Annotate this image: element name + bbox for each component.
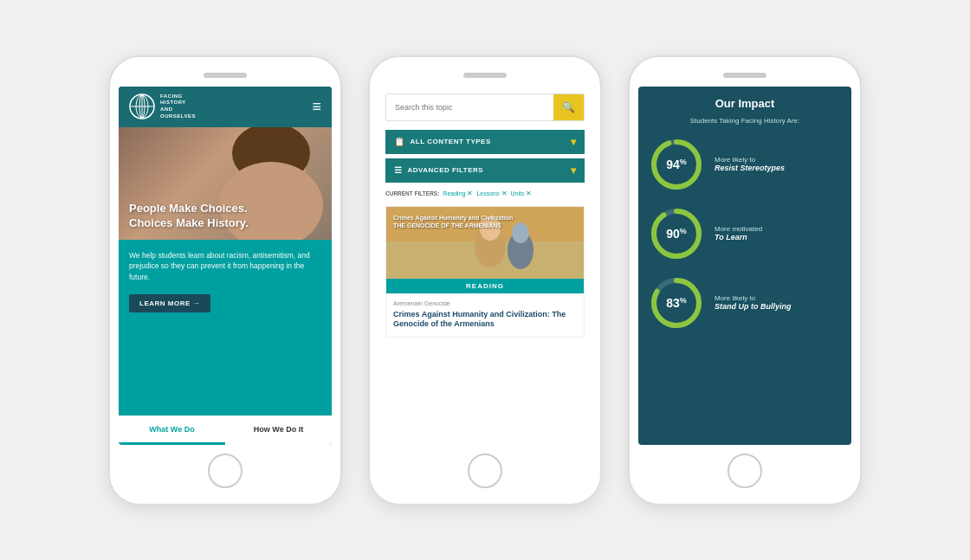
hero-image: People Make Choices. Choices Make Histor… — [119, 127, 332, 240]
impact-text-3: More likely to Stand Up to Bullying — [715, 294, 841, 311]
filter-lines-icon: ☰ — [394, 165, 403, 175]
phone1-logo: FACING HISTORY AND OURSELVES — [129, 93, 196, 120]
impact-subtitle: Students Taking Facing History Are: — [649, 117, 841, 125]
learn-more-button[interactable]: LEARN MORE → — [129, 294, 210, 312]
phone1-screen: FACING HISTORY AND OURSELVES ≡ People Ma… — [119, 87, 332, 445]
phone1-description: We help students learn about racism, ant… — [129, 250, 321, 283]
impact-item-2: 90% More motivated To Learn — [649, 206, 841, 261]
filter-units[interactable]: Units ✕ — [511, 190, 533, 197]
card-title: Crimes Against Humanity and Civilization… — [393, 310, 577, 330]
svg-point-13 — [512, 222, 529, 243]
filter-reading[interactable]: Reading ✕ — [443, 190, 473, 197]
phone1-tabs: What We Do How We Do It — [119, 415, 332, 445]
card-image: Crimes Against Humanity and Civilization… — [386, 207, 584, 293]
card-subtitle: Aremenain Genocide — [393, 300, 577, 306]
facing-history-logo-icon — [129, 93, 155, 119]
phone1-hero: People Make Choices. Choices Make Histor… — [119, 127, 332, 240]
logo-text: FACING HISTORY AND OURSELVES — [160, 93, 196, 120]
phone3-screen: Our Impact Students Taking Facing Histor… — [638, 87, 851, 445]
impact-more-1: More likely to — [715, 156, 841, 164]
impact-highlight-3: Stand Up to Bullying — [715, 302, 841, 311]
tab-what-we-do[interactable]: What We Do — [119, 416, 225, 445]
phone2-screen: 🔍 📋 ALL CONTENT TYPES ▾ ☰ ADVANCED FILTE… — [378, 87, 592, 445]
tab-how-we-do-it[interactable]: How We Do It — [225, 416, 332, 445]
card-badge: READING — [386, 279, 584, 293]
impact-item-1: 94% More likely to Resist Stereotypes — [649, 137, 841, 192]
chevron-down-icon: ▾ — [571, 136, 577, 148]
card-body: Aremenain Genocide Crimes Against Humani… — [386, 293, 584, 337]
donut-chart-83: 83% — [649, 275, 704, 331]
impact-more-3: More likely to — [715, 294, 841, 302]
donut-label-83: 83% — [666, 296, 687, 309]
advanced-filters-button[interactable]: ☰ ADVANCED FILTERS ▾ — [385, 158, 585, 183]
content-card[interactable]: Crimes Against Humanity and Civilization… — [385, 206, 585, 338]
donut-chart-94: 94% — [649, 137, 704, 192]
current-filters-label: CURRENT FILTERS: — [385, 190, 439, 196]
search-button[interactable]: 🔍 — [553, 94, 584, 120]
remove-lessons-filter[interactable]: ✕ — [501, 190, 508, 197]
impact-item-3: 83% More likely to Stand Up to Bullying — [649, 275, 841, 331]
advanced-filters-label: ADVANCED FILTERS — [408, 166, 484, 174]
phone-3: Our Impact Students Taking Facing Histor… — [628, 55, 862, 505]
impact-highlight-2: To Learn — [715, 233, 841, 241]
filter-lessons[interactable]: Lessons ✕ — [476, 190, 507, 197]
impact-highlight-1: Resist Stereotypes — [715, 164, 841, 172]
all-content-types-filter[interactable]: 📋 ALL CONTENT TYPES ▾ — [385, 130, 585, 154]
donut-chart-90: 90% — [649, 206, 704, 261]
phone-1: FACING HISTORY AND OURSELVES ≡ People Ma… — [108, 55, 342, 505]
hamburger-icon[interactable]: ≡ — [312, 99, 321, 114]
remove-units-filter[interactable]: ✕ — [526, 190, 532, 197]
impact-text-1: More likely to Resist Stereotypes — [715, 156, 841, 172]
remove-reading-filter[interactable]: ✕ — [467, 190, 473, 197]
chevron-down-icon-2: ▾ — [571, 164, 577, 177]
impact-text-2: More motivated To Learn — [715, 225, 841, 241]
phone1-body: We help students learn about racism, ant… — [119, 240, 332, 415]
phone1-header: FACING HISTORY AND OURSELVES ≡ — [119, 87, 332, 127]
card-image-text: Crimes Against Humanity and Civilization… — [393, 214, 513, 229]
search-icon: 🔍 — [562, 101, 575, 113]
search-input[interactable] — [386, 94, 553, 120]
clipboard-icon: 📋 — [394, 137, 405, 146]
phones-container: FACING HISTORY AND OURSELVES ≡ People Ma… — [74, 21, 896, 540]
hero-headline: People Make Choices. Choices Make Histor… — [129, 202, 249, 231]
current-filters: CURRENT FILTERS: Reading ✕ Lessons ✕ Uni… — [378, 184, 592, 203]
all-content-types-label: ALL CONTENT TYPES — [411, 138, 491, 145]
search-bar: 🔍 — [385, 93, 585, 121]
phone-2: 🔍 📋 ALL CONTENT TYPES ▾ ☰ ADVANCED FILTE… — [368, 55, 602, 505]
impact-title: Our Impact — [649, 97, 841, 110]
donut-label-90: 90% — [666, 227, 687, 240]
donut-label-94: 94% — [666, 158, 687, 171]
impact-more-2: More motivated — [715, 225, 841, 233]
